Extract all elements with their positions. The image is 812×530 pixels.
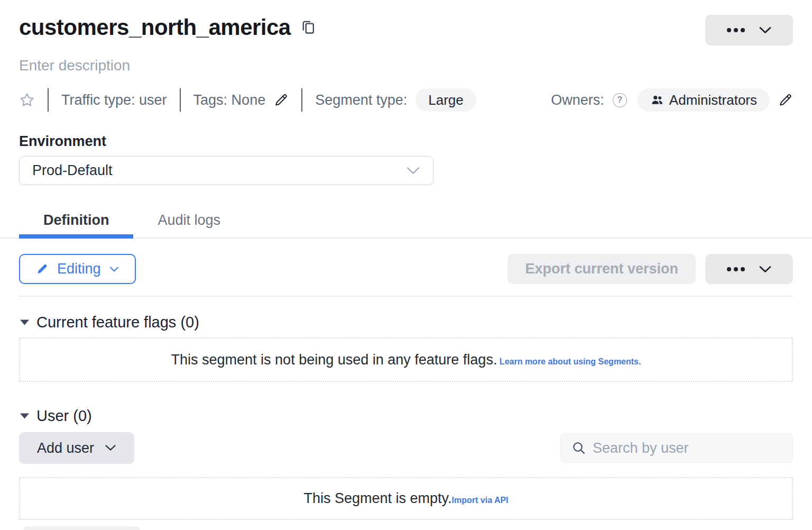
user-controls-row: Add user xyxy=(19,432,793,464)
definition-toolbar: Editing Export current version xyxy=(19,254,793,284)
chevron-down-icon xyxy=(759,26,772,34)
segment-type-badge: Large xyxy=(416,88,476,112)
edit-tags-button[interactable] xyxy=(274,93,289,107)
tab-label: Definition xyxy=(43,212,109,228)
tags-label: Tags: None xyxy=(193,92,266,108)
owners-badge: Administrators xyxy=(638,88,770,112)
collapse-caret-icon[interactable] xyxy=(19,318,30,326)
user-section-header: User (0) xyxy=(19,407,793,425)
description-placeholder[interactable]: Enter description xyxy=(19,57,793,74)
environment-select[interactable]: Prod-Default xyxy=(19,156,433,185)
tab-definition[interactable]: Definition xyxy=(19,205,133,237)
star-icon xyxy=(19,92,35,108)
add-user-button[interactable]: Add user xyxy=(19,432,134,464)
segment-detail-page: customers_north_america xyxy=(0,0,812,530)
segment-type-label: Segment type: xyxy=(315,92,407,108)
chevron-down-icon xyxy=(406,166,420,175)
tab-bar: Definition Audit logs xyxy=(0,205,812,239)
page-title: customers_north_america xyxy=(19,15,291,40)
environment-selected-value: Prod-Default xyxy=(32,162,113,179)
segment-type-value: Large xyxy=(428,92,464,108)
vertical-divider xyxy=(180,88,181,112)
import-via-api-link[interactable]: Import via API xyxy=(452,496,509,505)
add-user-label: Add user xyxy=(37,440,94,456)
copy-name-button[interactable] xyxy=(300,19,316,36)
tab-audit-logs[interactable]: Audit logs xyxy=(133,205,245,237)
people-icon xyxy=(650,93,664,107)
search-icon xyxy=(571,441,586,455)
user-section-title: User (0) xyxy=(36,407,92,425)
feature-flags-empty-text: This segment is not being used in any fe… xyxy=(171,352,497,368)
user-search-box xyxy=(560,433,793,463)
chevron-down-icon xyxy=(109,266,119,272)
traffic-type-label: Traffic type: user xyxy=(61,92,167,108)
ellipsis-icon xyxy=(727,267,745,271)
vertical-divider xyxy=(301,88,302,112)
chevron-down-icon xyxy=(759,265,772,273)
export-current-version-button[interactable]: Export current version xyxy=(508,254,696,284)
feature-flags-section-header: Current feature flags (0) xyxy=(19,314,793,331)
favorite-star-button[interactable] xyxy=(19,92,35,108)
owners-value: Administrators xyxy=(669,92,757,108)
definition-more-actions-button[interactable] xyxy=(705,254,793,284)
user-empty-state: This Segment is empty.Import via API xyxy=(19,477,793,520)
tab-label: Audit logs xyxy=(158,212,220,228)
section-divider xyxy=(19,296,793,297)
segment-empty-text: This Segment is empty. xyxy=(303,490,451,506)
pencil-icon xyxy=(36,263,49,276)
chevron-down-icon xyxy=(105,444,116,452)
pencil-icon xyxy=(274,93,289,107)
owners-label: Owners: xyxy=(551,92,604,108)
collapse-caret-icon[interactable] xyxy=(19,412,30,420)
meta-row: Traffic type: user Tags: None Segment ty… xyxy=(19,88,793,112)
learn-more-segments-link[interactable]: Learn more about using Segments. xyxy=(500,357,641,366)
partial-element-below-fold xyxy=(24,526,140,530)
ellipsis-icon xyxy=(727,28,745,32)
page-header: customers_north_america xyxy=(19,0,793,45)
header-more-actions-button[interactable] xyxy=(705,15,793,45)
user-search-input[interactable] xyxy=(593,440,782,456)
editing-mode-button[interactable]: Editing xyxy=(19,254,136,284)
edit-owners-button[interactable] xyxy=(778,93,793,107)
vertical-divider xyxy=(48,88,49,112)
editing-label: Editing xyxy=(57,261,101,277)
copy-icon xyxy=(300,19,316,36)
feature-flags-empty-state: This segment is not being used in any fe… xyxy=(19,337,793,382)
feature-flags-section-title: Current feature flags (0) xyxy=(36,314,199,331)
help-icon[interactable]: ? xyxy=(613,93,627,107)
pencil-icon xyxy=(778,93,793,107)
environment-label: Environment xyxy=(19,133,793,150)
